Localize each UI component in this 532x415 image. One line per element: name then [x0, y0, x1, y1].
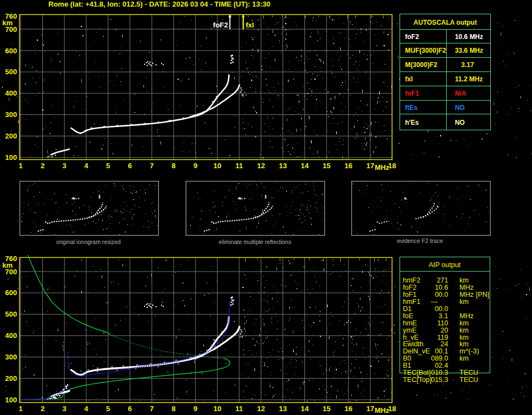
svg-text:33.6 MHz: 33.6 MHz [455, 47, 483, 54]
svg-text:010.3: 010.3 [431, 369, 448, 377]
svg-text:evidence F2 trace: evidence F2 trace [397, 237, 443, 244]
svg-text:15: 15 [323, 405, 330, 413]
svg-text:AIP output: AIP output [429, 261, 461, 269]
svg-text:km: km [459, 276, 469, 284]
svg-text:3: 3 [63, 162, 66, 170]
svg-text:km: km [459, 334, 469, 341]
svg-text:10.6 MHz: 10.6 MHz [455, 33, 483, 41]
svg-text:MHz: MHz [375, 406, 390, 414]
svg-text:13: 13 [279, 162, 286, 170]
svg-text:2: 2 [41, 162, 45, 170]
svg-text:km: km [459, 355, 469, 362]
svg-text:km: km [459, 340, 469, 348]
svg-text:10: 10 [213, 405, 221, 413]
svg-text:300: 300 [5, 110, 17, 119]
svg-text:MHz: MHz [459, 291, 474, 298]
svg-text:11: 11 [235, 162, 243, 170]
svg-text:Rome (lat: +41.8, lon: 012.5): Rome (lat: +41.8, lon: 012.5) - DATE: 20… [48, 0, 270, 8]
svg-text:3.17: 3.17 [461, 61, 474, 69]
svg-text:NO: NO [455, 104, 465, 112]
svg-text:17: 17 [366, 162, 374, 170]
svg-text:8: 8 [171, 405, 175, 413]
svg-text:500: 500 [5, 310, 17, 318]
svg-text:100: 100 [5, 396, 17, 404]
svg-text:700: 700 [5, 268, 17, 276]
svg-text:hmF2: hmF2 [403, 276, 420, 284]
svg-text:6: 6 [128, 405, 132, 413]
svg-text:M(3000)F2: M(3000)F2 [405, 61, 437, 69]
svg-text:fxI: fxI [405, 75, 413, 83]
svg-text:ymE: ymE [403, 327, 417, 334]
svg-text:14: 14 [301, 405, 309, 413]
svg-text:10: 10 [213, 162, 221, 170]
svg-text:km: km [459, 298, 469, 306]
svg-text:12: 12 [257, 162, 265, 170]
svg-text:00.1: 00.1 [435, 347, 448, 355]
svg-text:3: 3 [63, 405, 66, 413]
svg-text:200: 200 [5, 374, 17, 383]
svg-text:m^(-3): m^(-3) [459, 347, 479, 355]
svg-text:MUF(3000)F2: MUF(3000)F2 [405, 47, 446, 54]
svg-text:13: 13 [279, 405, 286, 413]
svg-text:9: 9 [193, 405, 197, 413]
svg-text:15: 15 [323, 162, 330, 170]
svg-text:5: 5 [106, 162, 110, 170]
svg-text:00.0: 00.0 [435, 305, 448, 313]
svg-text:12: 12 [257, 405, 265, 413]
svg-text:16: 16 [345, 162, 352, 170]
svg-text:4: 4 [84, 405, 88, 413]
svg-text:18: 18 [388, 162, 396, 170]
svg-text:8: 8 [171, 162, 175, 170]
svg-text:110: 110 [437, 319, 448, 327]
svg-text:500: 500 [5, 68, 17, 76]
svg-text:400: 400 [5, 89, 17, 97]
svg-text:6: 6 [128, 162, 132, 170]
svg-text:h_vE: h_vE [403, 334, 419, 341]
svg-text:271: 271 [437, 276, 448, 284]
svg-text:015.3: 015.3 [431, 376, 448, 384]
svg-text:MHz: MHz [375, 163, 390, 171]
svg-text:foF2: foF2 [405, 33, 419, 41]
svg-text:fxI: fxI [246, 21, 254, 29]
svg-text:foF1: foF1 [403, 291, 417, 298]
svg-text:17: 17 [366, 405, 374, 413]
svg-text:foF2: foF2 [403, 284, 417, 291]
svg-text:9: 9 [193, 162, 197, 170]
svg-text:1: 1 [19, 162, 23, 170]
svg-text:1: 1 [19, 405, 23, 413]
svg-text:20: 20 [441, 327, 448, 334]
svg-text:B1: B1 [403, 362, 411, 369]
svg-text:D1: D1 [403, 305, 412, 313]
svg-text:km: km [459, 327, 469, 334]
svg-text:km: km [459, 319, 469, 327]
svg-text:---: --- [431, 298, 438, 306]
svg-text:AUTOSCALA output: AUTOSCALA output [413, 19, 476, 26]
svg-text:hmF1: hmF1 [403, 298, 420, 306]
svg-text:TECU: TECU [459, 369, 478, 377]
svg-text:hmE: hmE [403, 319, 417, 327]
svg-text:5: 5 [106, 405, 110, 413]
svg-text:119: 119 [437, 334, 448, 341]
svg-text:NO: NO [455, 119, 465, 126]
svg-text:DelN_vE: DelN_vE [403, 347, 430, 355]
svg-text:foF2: foF2 [213, 21, 228, 29]
svg-text:600: 600 [5, 289, 17, 297]
svg-text:TECU: TECU [459, 376, 478, 384]
svg-text:foF1: foF1 [405, 90, 419, 97]
svg-text:[PN]: [PN] [476, 291, 489, 298]
svg-text:N/A: N/A [455, 90, 467, 97]
svg-text:00.0: 00.0 [435, 291, 448, 298]
svg-text:TEC[Bot]: TEC[Bot] [403, 369, 431, 377]
svg-text:MHz: MHz [459, 284, 474, 291]
svg-text:14: 14 [301, 162, 309, 170]
svg-text:200: 200 [5, 132, 17, 140]
svg-text:600: 600 [5, 47, 17, 55]
svg-text:24: 24 [441, 340, 448, 348]
svg-text:original ionogram resized: original ionogram resized [56, 239, 120, 245]
svg-text:400: 400 [5, 331, 17, 340]
svg-text:2: 2 [41, 405, 45, 413]
svg-text:B0: B0 [403, 355, 411, 362]
svg-text:089.0: 089.0 [431, 355, 448, 362]
svg-text:18: 18 [388, 405, 396, 413]
svg-text:700: 700 [5, 25, 17, 34]
